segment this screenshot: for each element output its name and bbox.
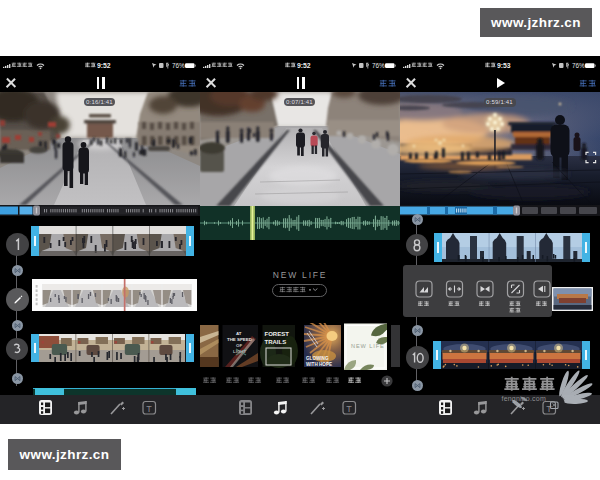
svg-text:9:53: 9:53 bbox=[497, 62, 511, 69]
svg-text:OF: OF bbox=[236, 343, 242, 348]
svg-text:76%: 76% bbox=[372, 62, 385, 69]
svg-text:NEW LIFE: NEW LIFE bbox=[351, 343, 385, 349]
svg-text:GLOWING: GLOWING bbox=[306, 356, 329, 361]
svg-text:9:52: 9:52 bbox=[297, 62, 311, 69]
svg-text:9:52: 9:52 bbox=[97, 62, 111, 69]
svg-text:T: T bbox=[346, 404, 352, 414]
svg-text:T: T bbox=[146, 404, 152, 414]
svg-text:AT: AT bbox=[236, 331, 242, 336]
svg-text:76%: 76% bbox=[572, 62, 585, 69]
svg-text:FOREST: FOREST bbox=[265, 331, 290, 337]
svg-text:TRAILS: TRAILS bbox=[265, 339, 287, 345]
svg-text:THE SPEED: THE SPEED bbox=[227, 337, 252, 342]
svg-text:WITH HOPE: WITH HOPE bbox=[306, 362, 332, 367]
svg-text:LIGHT: LIGHT bbox=[233, 349, 246, 354]
svg-text:76%: 76% bbox=[172, 62, 185, 69]
